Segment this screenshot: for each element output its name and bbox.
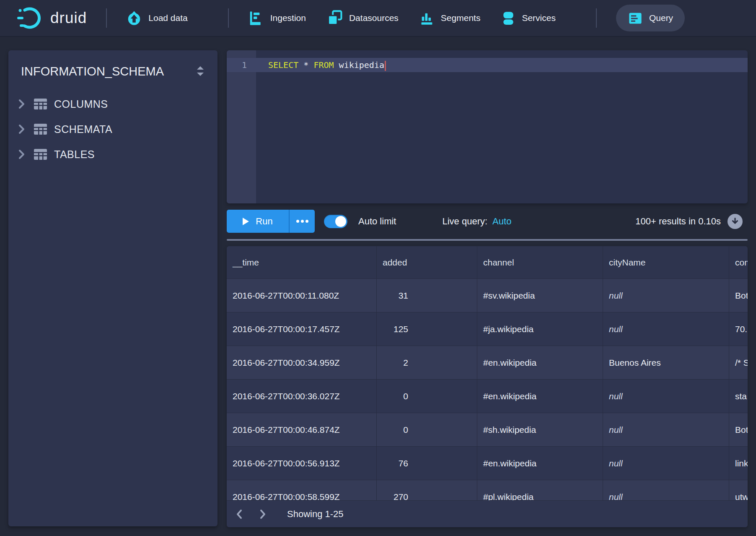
column-header-added[interactable]: added <box>377 246 477 278</box>
table-row: 2016-06-27T00:00:36.027Z 0 #en.wikipedia… <box>227 380 748 413</box>
schema-sidebar: INFORMATION_SCHEMA COLUMNS <box>8 50 217 526</box>
nav-item-load-data[interactable]: Load data <box>126 10 187 26</box>
cell-channel: #en.wikipedia <box>477 346 603 379</box>
run-split-button: Run <box>227 210 315 233</box>
live-query-label: Live query: <box>442 216 487 227</box>
cell-time: 2016-06-27T00:00:56.913Z <box>227 447 377 480</box>
auto-limit-label: Auto limit <box>358 216 396 227</box>
editor-gutter <box>227 50 256 203</box>
cell-added: 76 <box>377 447 477 480</box>
results-summary: 100+ results in 0.10s <box>635 216 721 227</box>
table-icon <box>34 98 47 110</box>
cell-comment: sta <box>729 380 748 413</box>
cell-added: 0 <box>377 380 477 413</box>
table-row: 2016-06-27T00:00:46.874Z 0 #sh.wikipedia… <box>227 413 748 447</box>
download-button[interactable] <box>728 214 743 229</box>
tree-item-label: TABLES <box>54 148 95 161</box>
next-page-button[interactable] <box>259 508 267 520</box>
column-header-cityname[interactable]: cityName <box>603 246 729 278</box>
nav-label: Services <box>522 13 556 23</box>
nav-label: Ingestion <box>270 13 306 23</box>
query-workbench: 1 SELECT * FROM wikipedia Run Auto limit… <box>227 50 748 527</box>
chevron-right-icon[interactable] <box>18 124 25 135</box>
run-button-label: Run <box>256 216 272 227</box>
cell-time: 2016-06-27T00:00:11.080Z <box>227 279 377 312</box>
nav-item-segments[interactable]: Segments <box>419 10 481 26</box>
column-header-time[interactable]: __time <box>227 246 377 278</box>
nav-item-ingestion[interactable]: Ingestion <box>248 10 306 26</box>
schema-selector[interactable]: INFORMATION_SCHEMA <box>8 60 217 83</box>
toggle-knob <box>335 216 346 227</box>
chevron-left-icon <box>235 508 243 520</box>
cell-cityname: null <box>603 413 729 446</box>
more-dots-icon <box>306 220 308 223</box>
chevron-right-icon[interactable] <box>18 149 25 160</box>
cell-comment: 70. <box>729 312 748 346</box>
nav-label: Load data <box>148 13 187 23</box>
column-header-channel[interactable]: channel <box>477 246 603 278</box>
double-caret-vertical-icon <box>195 65 206 78</box>
cell-cityname: null <box>603 312 729 346</box>
cell-comment: Bot <box>729 413 748 446</box>
segments-icon <box>419 10 435 26</box>
run-more-button[interactable] <box>289 210 315 233</box>
sql-text[interactable]: SELECT * FROM wikipedia <box>268 58 386 72</box>
navbar-divider <box>596 8 597 28</box>
run-button[interactable]: Run <box>227 210 289 233</box>
play-icon <box>243 218 249 225</box>
table-row: 2016-06-27T00:00:56.913Z 76 #en.wikipedi… <box>227 447 748 480</box>
cell-channel: #en.wikipedia <box>477 447 603 480</box>
cell-cityname: null <box>603 279 729 312</box>
table-row: 2016-06-27T00:00:11.080Z 31 #sv.wikipedi… <box>227 279 748 312</box>
logo-text: druid <box>50 9 87 27</box>
chevron-right-icon <box>259 508 267 520</box>
cell-channel: #ja.wikipedia <box>477 312 603 346</box>
cell-time: 2016-06-27T00:00:36.027Z <box>227 380 377 413</box>
tree-item-columns[interactable]: COLUMNS <box>8 91 217 117</box>
pane-resize-handle[interactable] <box>227 239 748 241</box>
cell-cityname: null <box>603 380 729 413</box>
sql-table-name: wikipedia <box>334 60 384 70</box>
navbar-divider <box>228 8 229 28</box>
more-dots-icon <box>301 220 304 223</box>
nav-item-query-active[interactable]: Query <box>616 5 685 31</box>
nav-item-services[interactable]: Services <box>501 10 556 26</box>
nav-label: Datasources <box>349 13 399 23</box>
cell-time: 2016-06-27T00:00:34.959Z <box>227 346 377 379</box>
table-icon <box>34 148 47 161</box>
druid-logo-icon <box>17 6 44 30</box>
navbar-divider <box>106 8 107 28</box>
cell-channel: #en.wikipedia <box>477 380 603 413</box>
previous-page-button[interactable] <box>235 508 243 520</box>
auto-limit-toggle[interactable] <box>324 215 347 228</box>
top-navbar: druid Load data Ingestion Datasources <box>0 0 756 37</box>
cell-added: 0 <box>377 413 477 446</box>
cell-channel: #sv.wikipedia <box>477 279 603 312</box>
schema-tree: COLUMNS SCHEMATA <box>8 91 217 167</box>
nav-item-datasources[interactable]: Datasources <box>327 10 399 26</box>
table-row: 2016-06-27T00:00:17.457Z 125 #ja.wikiped… <box>227 312 748 346</box>
run-bar: Run Auto limit Live query: Auto 100+ res… <box>227 210 748 233</box>
sql-editor[interactable]: 1 SELECT * FROM wikipedia <box>227 50 748 203</box>
tree-item-schemata[interactable]: SCHEMATA <box>8 117 217 142</box>
cell-added: 31 <box>377 279 477 312</box>
sql-line-1: 1 SELECT * FROM wikipedia <box>227 58 748 72</box>
download-icon <box>730 217 740 226</box>
cell-time: 2016-06-27T00:00:46.874Z <box>227 413 377 446</box>
cell-added: 125 <box>377 312 477 346</box>
tree-item-tables[interactable]: TABLES <box>8 142 217 167</box>
druid-logo[interactable]: druid <box>17 6 87 30</box>
query-icon <box>628 10 643 26</box>
cell-time: 2016-06-27T00:00:17.457Z <box>227 312 377 346</box>
tree-item-label: COLUMNS <box>54 98 108 110</box>
sql-star: * <box>298 60 313 70</box>
services-icon <box>501 10 515 26</box>
chevron-right-icon[interactable] <box>18 99 25 109</box>
nav-label: Query <box>649 13 673 23</box>
cell-comment: Bot <box>729 279 748 312</box>
column-header-comment[interactable]: comment <box>729 246 748 278</box>
live-query-value[interactable]: Auto <box>492 216 511 227</box>
tree-item-label: SCHEMATA <box>54 123 112 135</box>
cell-channel: #sh.wikipedia <box>477 413 603 446</box>
results-table: __time added channel cityName comment 20… <box>227 246 748 527</box>
